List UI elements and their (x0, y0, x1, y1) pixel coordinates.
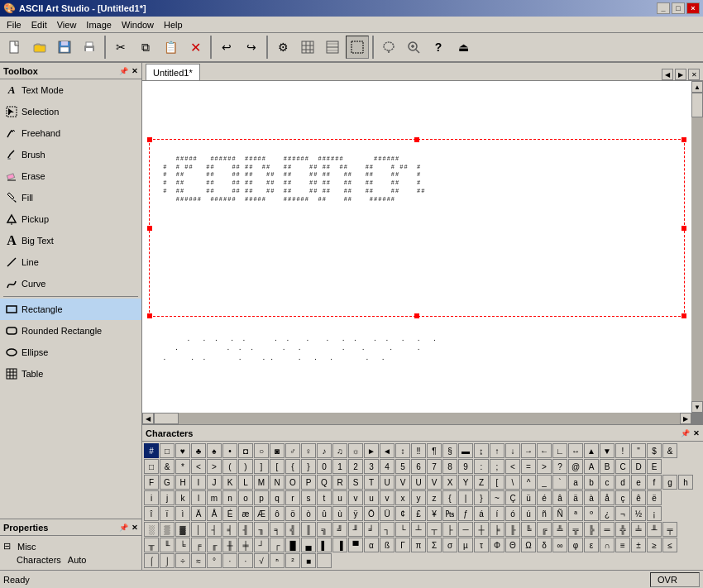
char-cell[interactable]: Ω (521, 538, 536, 552)
char-cell[interactable]: ∞ (552, 538, 567, 552)
char-cell[interactable]: → (521, 443, 536, 458)
char-cell[interactable]: ■ (301, 553, 316, 568)
char-cell[interactable]: | (458, 490, 473, 505)
char-cell[interactable]: < (191, 459, 206, 474)
char-cell[interactable]: ↓ (505, 443, 520, 458)
char-cell[interactable]: ƒ (458, 506, 473, 521)
char-cell[interactable]: K (222, 475, 237, 490)
char-cell[interactable]: ╧ (631, 522, 646, 537)
undo-button[interactable]: ↩ (215, 36, 238, 59)
char-cell[interactable]: u (332, 490, 347, 505)
char-cell[interactable]: ~ (490, 490, 505, 505)
char-cell[interactable]: ô (270, 506, 285, 521)
tool-rectangle[interactable]: Rectangle (0, 299, 141, 320)
scrollbar-horizontal[interactable]: ◀ ▶ (142, 413, 691, 424)
char-cell[interactable]: m (207, 490, 222, 505)
char-cell[interactable]: ╪ (238, 538, 253, 552)
char-cell[interactable]: N (270, 475, 285, 490)
menu-edit[interactable]: Edit (26, 18, 52, 31)
char-cell[interactable]: ♀ (301, 443, 316, 458)
char-cell[interactable]: < (505, 459, 520, 474)
char-cell[interactable]: ┬ (427, 522, 442, 537)
char-cell[interactable]: ◙ (270, 443, 285, 458)
char-cell[interactable]: ▒ (160, 522, 175, 537)
char-cell[interactable]: µ (458, 538, 473, 552)
char-cell[interactable]: d (615, 475, 630, 490)
scroll-down-button[interactable]: ▼ (691, 401, 703, 413)
char-cell[interactable]: ≥ (647, 538, 662, 552)
char-cell[interactable]: ú (521, 506, 536, 521)
char-cell[interactable]: ← (537, 443, 552, 458)
char-cell[interactable]: l (191, 490, 206, 505)
open-button[interactable] (28, 36, 51, 59)
char-cell[interactable]: B (600, 459, 615, 474)
char-cell[interactable]: ▬ (458, 443, 473, 458)
char-cell[interactable]: ╛ (364, 522, 379, 537)
chars-pin[interactable]: 📌 (681, 429, 690, 437)
tool-table[interactable]: Table (0, 363, 141, 385)
menu-help[interactable]: Help (159, 18, 188, 31)
char-cell[interactable]: ¿ (600, 506, 615, 521)
char-cell[interactable]: z (427, 490, 442, 505)
zoom-in-button[interactable] (402, 36, 425, 59)
char-cell[interactable]: v (348, 490, 363, 505)
save-button[interactable] (53, 36, 76, 59)
char-cell[interactable]: ═ (600, 522, 615, 537)
redo-button[interactable]: ↪ (240, 36, 263, 59)
char-cell[interactable]: Ä (191, 506, 206, 521)
char-cell[interactable]: ╨ (647, 522, 662, 537)
char-cell[interactable]: ≤ (662, 538, 677, 552)
char-cell[interactable]: j (160, 490, 175, 505)
char-cell[interactable]: ┌ (270, 538, 285, 552)
char-cell[interactable]: { (285, 459, 300, 474)
char-cell[interactable]: │ (191, 522, 206, 537)
char-cell[interactable]: & (662, 443, 677, 458)
scroll-right-button[interactable]: ▶ (680, 413, 691, 424)
close-button[interactable]: × (686, 2, 700, 14)
char-cell[interactable]: f (647, 475, 662, 490)
new-button[interactable] (3, 36, 26, 59)
char-cell[interactable]: } (301, 459, 316, 474)
char-cell[interactable]: é (537, 490, 552, 505)
char-cell[interactable]: à (584, 490, 599, 505)
char-cell[interactable]: c (600, 475, 615, 490)
char-cell[interactable]: ╓ (207, 538, 222, 552)
char-cell[interactable]: ÷ (175, 553, 190, 568)
char-cell[interactable]: ▐ (332, 538, 347, 552)
char-cell[interactable]: r (285, 490, 300, 505)
char-cell[interactable]: T (364, 475, 379, 490)
exit-button[interactable]: ⏏ (452, 36, 475, 59)
char-cell[interactable]: o (238, 490, 253, 505)
char-cell[interactable]: Å (207, 506, 222, 521)
chars-close[interactable]: ✕ (693, 429, 700, 437)
tool-brush[interactable]: Brush (0, 144, 141, 165)
char-cell[interactable]: ¬ (615, 506, 630, 521)
char-cell[interactable]: π (411, 538, 426, 552)
char-cell[interactable]: ► (364, 443, 379, 458)
char-cell[interactable]: ╦ (568, 522, 583, 537)
char-cell[interactable]: ┼ (474, 522, 489, 537)
handle-tm[interactable] (414, 137, 419, 142)
char-cell[interactable]: ½ (631, 506, 646, 521)
char-cell[interactable]: ╩ (552, 522, 567, 537)
handle-mr[interactable] (681, 226, 686, 231)
char-cell[interactable]: ↔ (568, 443, 583, 458)
char-cell[interactable]: ù (332, 506, 347, 521)
char-cell[interactable]: ○ (254, 443, 269, 458)
char-cell[interactable]: ↕ (395, 443, 410, 458)
char-cell[interactable]: p (254, 490, 269, 505)
char-cell[interactable]: ╡ (222, 522, 237, 537)
char-cell[interactable]: ♪ (317, 443, 332, 458)
tool-ellipse[interactable]: Ellipse (0, 342, 141, 363)
char-cell[interactable]: ╠ (584, 522, 599, 537)
char-cell[interactable]: t (317, 490, 332, 505)
char-cell[interactable]: σ (442, 538, 457, 552)
char-cell[interactable]: v (380, 490, 395, 505)
char-cell[interactable]: ├ (442, 522, 457, 537)
char-cell[interactable]: ♂ (285, 443, 300, 458)
char-cell[interactable]: g (662, 475, 677, 490)
char-cell[interactable]: ╣ (285, 522, 300, 537)
char-cell[interactable]: ` (552, 475, 567, 490)
char-cell[interactable]: ┐ (380, 522, 395, 537)
char-cell[interactable]: E (647, 459, 662, 474)
